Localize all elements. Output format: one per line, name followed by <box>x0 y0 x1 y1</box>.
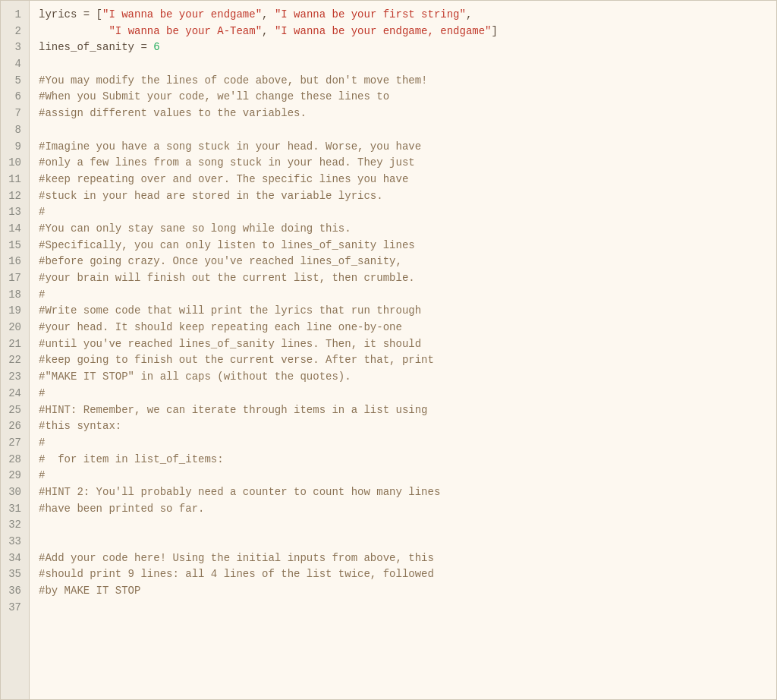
normal-token: , <box>262 25 275 37</box>
line-number-30: 30 <box>7 484 21 501</box>
line-number-15: 15 <box>7 238 21 254</box>
line-number-35: 35 <box>7 566 21 583</box>
comment-token: #have been printed so far. <box>39 503 204 515</box>
comment-token: #Imagine you have a song stuck in your h… <box>39 140 421 153</box>
comment-token: # <box>39 469 45 481</box>
line-number-11: 11 <box>7 172 21 188</box>
line-number-17: 17 <box>7 270 21 287</box>
code-line-29: # <box>39 468 767 484</box>
comment-token: #You may modify the lines of code above,… <box>39 74 427 87</box>
string-token: "I wanna be your A-Team" <box>109 25 262 37</box>
code-line-5: #You may modify the lines of code above,… <box>39 73 767 90</box>
code-line-9: #Imagine you have a song stuck in your h… <box>39 139 767 156</box>
line-number-3: 3 <box>7 39 21 56</box>
normal-token: , <box>262 8 275 20</box>
code-line-6: #When you Submit your code, we'll change… <box>39 89 767 106</box>
comment-token: #HINT: Remember, we can iterate through … <box>39 404 427 416</box>
comment-token: #assign different values to the variable… <box>39 107 307 119</box>
string-token: "I wanna be your endgame, endgame" <box>275 25 492 37</box>
normal-token: ] <box>492 25 498 37</box>
line-number-21: 21 <box>7 336 21 353</box>
code-line-20: #your head. It should keep repeating eac… <box>39 320 767 336</box>
comment-token: #your brain will finish out the current … <box>39 272 415 284</box>
code-line-34: #Add your code here! Using the initial i… <box>39 550 767 567</box>
comment-token: #stuck in your head are stored in the va… <box>39 190 383 202</box>
normal-token: , <box>466 8 472 20</box>
comment-token: #keep repeating over and over. The speci… <box>39 173 408 185</box>
code-line-11: #keep repeating over and over. The speci… <box>39 172 767 188</box>
comment-token: #should print 9 lines: all 4 lines of th… <box>39 568 434 580</box>
code-line-33 <box>39 534 767 550</box>
line-number-14: 14 <box>7 221 21 238</box>
line-number-6: 6 <box>7 89 21 106</box>
line-number-10: 10 <box>7 155 21 172</box>
line-number-9: 9 <box>7 139 21 156</box>
string-token: "I wanna be your first string" <box>275 8 466 20</box>
comment-token: # <box>39 206 45 218</box>
comment-token: #by MAKE IT STOP <box>39 585 140 597</box>
code-line-26: #this syntax: <box>39 418 767 435</box>
code-line-25: #HINT: Remember, we can iterate through … <box>39 402 767 419</box>
line-number-8: 8 <box>7 122 21 139</box>
code-line-7: #assign different values to the variable… <box>39 106 767 122</box>
comment-token: #HINT 2: You'll probably need a counter … <box>39 486 440 498</box>
code-line-16: #before going crazy. Once you've reached… <box>39 254 767 270</box>
normal-token: lines_of_sanity = <box>39 41 153 53</box>
code-line-31: #have been printed so far. <box>39 501 767 518</box>
line-number-26: 26 <box>7 418 21 435</box>
line-number-24: 24 <box>7 386 21 402</box>
line-number-13: 13 <box>7 204 21 221</box>
code-line-27: # <box>39 435 767 452</box>
line-number-25: 25 <box>7 402 21 419</box>
code-line-23: #"MAKE IT STOP" in all caps (without the… <box>39 369 767 386</box>
code-line-13: # <box>39 204 767 221</box>
comment-token: # <box>39 387 45 399</box>
code-line-15: #Specifically, you can only listen to li… <box>39 238 767 254</box>
comment-token: # <box>39 437 45 449</box>
code-line-2: "I wanna be your A-Team", "I wanna be yo… <box>39 24 767 40</box>
code-line-35: #should print 9 lines: all 4 lines of th… <box>39 566 767 583</box>
line-number-23: 23 <box>7 369 21 386</box>
string-token: "I wanna be your endgame" <box>102 8 262 20</box>
code-line-19: #Write some code that will print the lyr… <box>39 303 767 320</box>
normal-token <box>39 25 109 37</box>
code-line-21: #until you've reached lines_of_sanity li… <box>39 336 767 353</box>
code-line-32 <box>39 517 767 534</box>
code-line-37 <box>39 600 767 616</box>
code-line-8 <box>39 122 767 139</box>
comment-token: #this syntax: <box>39 420 121 432</box>
line-number-12: 12 <box>7 188 21 205</box>
line-number-2: 2 <box>7 24 21 40</box>
line-number-29: 29 <box>7 468 21 484</box>
line-number-32: 32 <box>7 517 21 534</box>
comment-token: #When you Submit your code, we'll change… <box>39 90 389 102</box>
comment-token: #before going crazy. Once you've reached… <box>39 255 402 267</box>
line-number-4: 4 <box>7 56 21 73</box>
line-number-27: 27 <box>7 435 21 452</box>
code-line-3: lines_of_sanity = 6 <box>39 39 767 56</box>
code-line-24: # <box>39 386 767 402</box>
code-line-28: # for item in list_of_items: <box>39 452 767 468</box>
code-line-14: #You can only stay sane so long while do… <box>39 221 767 238</box>
comment-token: #Write some code that will print the lyr… <box>39 304 421 317</box>
code-content-area[interactable]: lyrics = ["I wanna be your endgame", "I … <box>30 1 776 699</box>
line-number-22: 22 <box>7 352 21 369</box>
line-number-20: 20 <box>7 320 21 336</box>
line-number-19: 19 <box>7 303 21 320</box>
line-number-7: 7 <box>7 106 21 122</box>
line-number-33: 33 <box>7 534 21 550</box>
code-line-30: #HINT 2: You'll probably need a counter … <box>39 484 767 501</box>
normal-token: lyrics = [ <box>39 8 102 20</box>
comment-token: # for item in list_of_items: <box>39 453 224 465</box>
line-number-28: 28 <box>7 452 21 468</box>
comment-token: #your head. It should keep repeating eac… <box>39 321 402 333</box>
comment-token: #until you've reached lines_of_sanity li… <box>39 338 421 350</box>
comment-token: #Add your code here! Using the initial i… <box>39 552 434 564</box>
line-number-36: 36 <box>7 583 21 600</box>
comment-token: #keep going to finish out the current ve… <box>39 354 434 366</box>
code-line-12: #stuck in your head are stored in the va… <box>39 188 767 205</box>
code-editor: 1234567891011121314151617181920212223242… <box>0 0 777 700</box>
comment-token: #only a few lines from a song stuck in y… <box>39 156 415 169</box>
code-line-1: lyrics = ["I wanna be your endgame", "I … <box>39 7 767 24</box>
code-line-36: #by MAKE IT STOP <box>39 583 767 600</box>
